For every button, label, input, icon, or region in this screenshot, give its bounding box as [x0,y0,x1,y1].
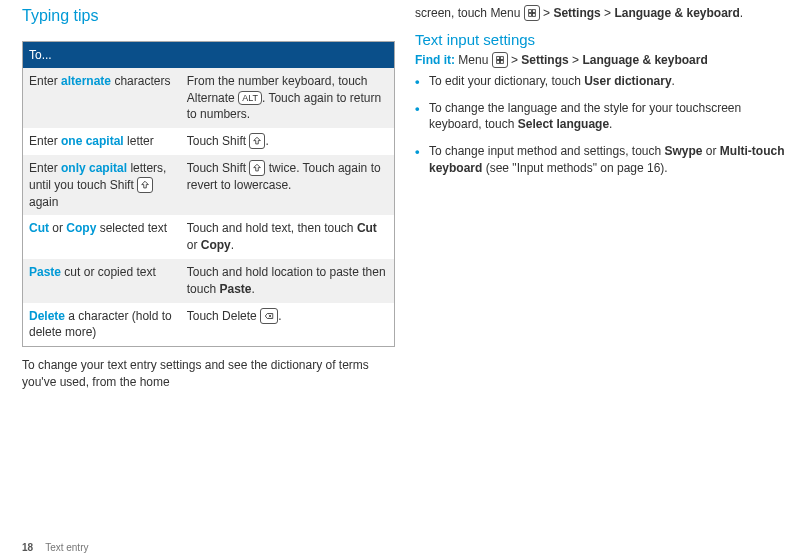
find-it-line: Find it: Menu > Settings > Language & ke… [415,52,792,69]
bold-text: Swype [665,144,703,158]
keyword: only capital [61,161,127,175]
text: > [569,53,583,67]
page-footer: 18Text entry [22,541,88,555]
shift-key-icon [249,160,265,176]
bold-text: Copy [201,238,231,252]
bold-text: Language & keyboard [614,6,739,20]
delete-key-icon [260,308,278,324]
text: Touch and hold text, then touch [187,221,357,235]
text: Touch Delete [187,309,260,323]
keyword: Paste [29,265,61,279]
paragraph: screen, touch Menu > Settings > Language… [415,5,792,22]
text: To change input method and settings, tou… [429,144,665,158]
list-item: To edit your dictionary, touch User dict… [415,73,792,90]
text: selected text [96,221,167,235]
bold-text: Settings [553,6,600,20]
table-row: Cut or Copy selected text Touch and hold… [23,215,395,259]
shift-key-icon [137,177,153,193]
text: . [265,134,268,148]
heading-text-input-settings: Text input settings [415,30,792,50]
list-item: To change the language and the style for… [415,100,792,134]
text: Touch Shift [187,161,250,175]
text: . [278,309,281,323]
text: . [672,74,675,88]
bullet-list: To edit your dictionary, touch User dict… [415,73,792,177]
text: or [703,144,720,158]
keyword: Copy [66,221,96,235]
text: (see "Input methods" on page 16). [482,161,667,175]
table-row: Enter alternate characters From the numb… [23,68,395,128]
text: > [508,53,522,67]
table-row: Delete a character (hold to delete more)… [23,303,395,347]
keyword: one capital [61,134,124,148]
page-number: 18 [22,542,33,553]
text: characters [111,74,170,88]
section-label: Text entry [45,542,88,553]
bold-text: Language & keyboard [582,53,707,67]
text: > [540,6,554,20]
bold-text: Settings [521,53,568,67]
text: . [231,238,234,252]
heading-typing-tips: Typing tips [22,5,395,27]
typing-tips-table: To... Enter alternate characters From th… [22,41,395,348]
find-it-label: Find it: [415,53,455,67]
table-row: Paste cut or copied text Touch and hold … [23,259,395,303]
text: or [49,221,66,235]
text: Menu [455,53,492,67]
shift-key-icon [249,133,265,149]
text: Enter [29,134,61,148]
text: again [29,195,58,209]
keyword: Delete [29,309,65,323]
bold-text: User dictionary [584,74,671,88]
text: Touch and hold location to paste then to… [187,265,386,296]
keyword: Cut [29,221,49,235]
text: To edit your dictionary, touch [429,74,584,88]
paragraph: To change your text entry settings and s… [22,357,395,391]
keyword: alternate [61,74,111,88]
table-header: To... [23,41,395,68]
text: Touch Shift [187,134,250,148]
text: cut or copied text [61,265,156,279]
table-row: Enter one capital letter Touch Shift . [23,128,395,155]
bold-text: Cut [357,221,377,235]
text: or [187,238,201,252]
list-item: To change input method and settings, tou… [415,143,792,177]
bold-text: Paste [219,282,251,296]
text: > [601,6,615,20]
menu-key-icon [524,5,540,21]
text: . [609,117,612,131]
text: . [740,6,743,20]
table-row: Enter only capital letters, until you to… [23,155,395,215]
alt-key-icon: ALT [238,91,262,105]
bold-text: Select language [518,117,609,131]
menu-key-icon [492,52,508,68]
text: Enter [29,161,61,175]
text: screen, touch Menu [415,6,524,20]
text: Enter [29,74,61,88]
text: . [251,282,254,296]
text: letter [124,134,154,148]
